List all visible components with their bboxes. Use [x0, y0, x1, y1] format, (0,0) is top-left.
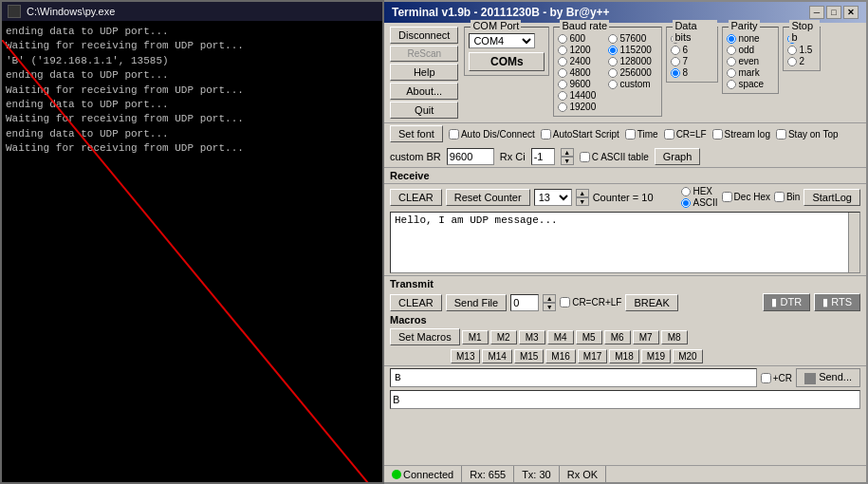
main-input[interactable] — [390, 368, 757, 387]
parity-mark[interactable]: mark — [727, 67, 774, 78]
dec-hex-check[interactable]: Dec Hex — [722, 192, 770, 202]
transmit-stepper-up[interactable]: ▲ — [543, 294, 556, 303]
macro-m14[interactable]: M14 — [482, 349, 511, 363]
baud-14400[interactable]: 14400 — [558, 90, 607, 101]
counter-select[interactable]: 13 — [534, 189, 572, 206]
bits-8[interactable]: 8 — [671, 67, 713, 78]
break-button[interactable]: BREAK — [625, 294, 677, 311]
stay-on-top-check[interactable]: Stay on Top — [776, 129, 839, 140]
macro-m8[interactable]: M8 — [661, 330, 688, 344]
baud-600[interactable]: 600 — [558, 33, 607, 44]
baud-128000[interactable]: 128000 — [608, 56, 657, 66]
rx-ci-input[interactable] — [531, 148, 555, 165]
stepper-up[interactable]: ▲ — [561, 148, 574, 157]
macro-m20[interactable]: M20 — [673, 349, 702, 363]
cr-lf-check[interactable]: CR=LF — [664, 129, 707, 140]
com-port-select[interactable]: COM4 — [469, 33, 535, 48]
minimize-button[interactable]: ─ — [809, 6, 824, 19]
receive-scrollbar[interactable] — [848, 213, 859, 272]
custom-br-label: custom BR — [390, 151, 441, 162]
dtr-indicator: ▮ — [771, 296, 777, 307]
ascii-table-check[interactable]: C ASCII table — [580, 152, 649, 162]
dtr-button[interactable]: ▮ DTR — [763, 293, 810, 311]
stop-2[interactable]: 2 — [787, 56, 816, 66]
macro-m13[interactable]: M13 — [451, 349, 480, 363]
bits-6[interactable]: 6 — [671, 45, 713, 55]
input-area2[interactable] — [390, 390, 860, 409]
macro-m18[interactable]: M18 — [609, 349, 638, 363]
help-button[interactable]: Help — [390, 64, 458, 81]
transmit-value-input[interactable] — [510, 294, 539, 311]
cr-label: +CR — [773, 373, 792, 383]
baud-4800[interactable]: 4800 — [558, 67, 607, 78]
time-check[interactable]: Time — [625, 129, 658, 140]
baud-extra1 — [608, 90, 657, 101]
coms-button[interactable]: COMs — [469, 52, 545, 71]
macro-m7[interactable]: M7 — [633, 330, 659, 344]
terminal-line: ending data to UDP port... — [6, 68, 379, 83]
macro-m1[interactable]: M1 — [462, 330, 489, 344]
send-button[interactable]: Send... — [796, 368, 860, 386]
graph-button[interactable]: Graph — [655, 148, 701, 165]
baud-57600[interactable]: 57600 — [608, 33, 657, 44]
autostart-script-label: AutoStart Script — [553, 129, 619, 140]
stepper-down[interactable]: ▼ — [561, 157, 574, 165]
send-file-button[interactable]: Send File — [446, 294, 507, 311]
bin-check[interactable]: Bin — [774, 192, 800, 202]
rts-button[interactable]: ▮ RTS — [814, 293, 860, 311]
disconnect-button[interactable]: Disconnect — [390, 27, 458, 44]
auto-dis-connect-check[interactable]: Auto Dis/Connect — [449, 129, 535, 140]
macro-m17[interactable]: M17 — [578, 349, 607, 363]
hex-radio[interactable]: HEX — [681, 186, 717, 196]
terminal-line: ending data to UDP port... — [6, 25, 379, 39]
autostart-script-check[interactable]: AutoStart Script — [541, 129, 619, 140]
baud-256000[interactable]: 256000 — [608, 67, 657, 78]
parity-odd[interactable]: odd — [727, 45, 774, 55]
baud-1200[interactable]: 1200 — [558, 45, 607, 55]
baud-115200[interactable]: 115200 — [608, 45, 657, 55]
counter-stepper-up[interactable]: ▲ — [576, 189, 589, 197]
macro-m5[interactable]: M5 — [576, 330, 602, 344]
counter-stepper-down[interactable]: ▼ — [576, 197, 589, 206]
quit-button[interactable]: Quit — [390, 102, 458, 119]
maximize-button[interactable]: □ — [826, 6, 841, 19]
reset-counter-button[interactable]: Reset Counter — [446, 189, 530, 206]
baud-rate-group: Baud rate 600 57600 1200 115200 2400 128… — [553, 27, 662, 117]
rescan-button[interactable]: ReScan — [390, 46, 458, 62]
tx-status: Tx: 30 — [514, 466, 560, 482]
receive-clear-button[interactable]: CLEAR — [390, 189, 442, 206]
dec-hex-label: Dec Hex — [734, 192, 770, 202]
baud-custom[interactable]: custom — [608, 79, 657, 89]
baud-9600[interactable]: 9600 — [558, 79, 607, 89]
about-button[interactable]: About... — [390, 83, 458, 100]
parity-none[interactable]: none — [727, 33, 774, 44]
macro-m15[interactable]: M15 — [514, 349, 544, 363]
macro-m16[interactable]: M16 — [545, 349, 575, 363]
stop-1-5[interactable]: 1.5 — [787, 45, 816, 55]
cr-cr-lf-check[interactable]: CR=CR+LF — [560, 297, 621, 307]
set-macros-button[interactable]: Set Macros — [390, 328, 460, 345]
ascii-radio[interactable]: ASCII — [681, 197, 717, 208]
close-button[interactable]: ✕ — [843, 6, 859, 19]
macro-m4[interactable]: M4 — [547, 330, 574, 344]
transmit-clear-button[interactable]: CLEAR — [390, 294, 442, 311]
transmit-stepper-down[interactable]: ▼ — [543, 303, 556, 311]
startlog-button[interactable]: StartLog — [803, 189, 860, 206]
macro-m3[interactable]: M3 — [519, 330, 545, 344]
cr-check[interactable]: +CR — [761, 373, 792, 383]
stream-log-check[interactable]: Stream log — [712, 129, 770, 140]
macro-m19[interactable]: M19 — [641, 349, 671, 363]
baud-2400[interactable]: 2400 — [558, 56, 607, 66]
set-font-button[interactable]: Set font — [390, 125, 443, 142]
bits-7[interactable]: 7 — [671, 56, 713, 66]
macro-m6[interactable]: M6 — [604, 330, 631, 344]
titlebar-controls: ─ □ ✕ — [809, 6, 859, 19]
parity-even[interactable]: even — [727, 56, 774, 66]
stop-bits-group: Stop b 1 1.5 2 — [783, 27, 821, 71]
baud-19200[interactable]: 19200 — [558, 102, 607, 112]
rts-indicator: ▮ — [822, 296, 828, 307]
custom-br-input[interactable] — [447, 148, 494, 165]
receive-header: Receive — [384, 168, 866, 184]
macro-m2[interactable]: M2 — [490, 330, 517, 344]
parity-space[interactable]: space — [727, 79, 774, 89]
